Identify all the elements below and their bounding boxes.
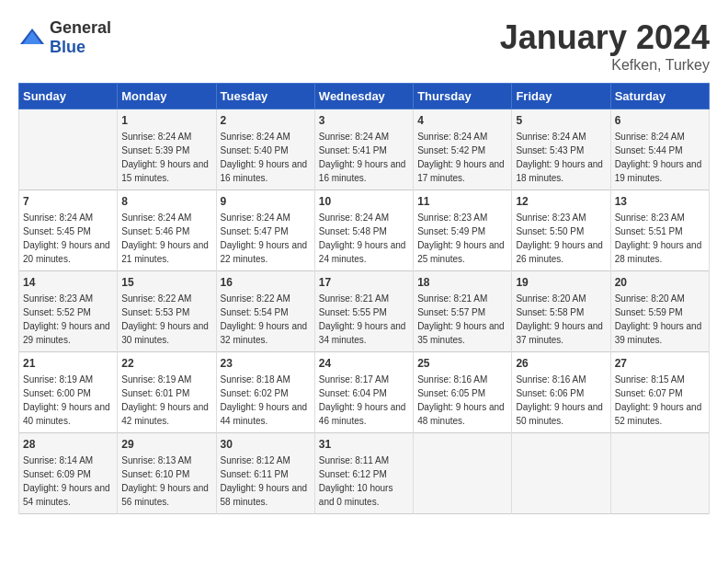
sunrise-text: Sunrise: 8:23 AM [417,211,507,224]
sunset-text: Sunset: 6:07 PM [615,386,705,400]
day-content: Sunrise: 8:24 AMSunset: 5:39 PMDaylight:… [121,130,211,185]
daylight-text: Daylight: 9 hours and 15 minutes. [121,157,211,185]
daylight-text: Daylight: 9 hours and 30 minutes. [121,319,211,347]
day-cell: 17Sunrise: 8:21 AMSunset: 5:55 PMDayligh… [314,271,413,352]
daylight-text: Daylight: 9 hours and 16 minutes. [221,157,311,185]
day-cell: 27Sunrise: 8:15 AMSunset: 6:07 PMDayligh… [610,352,709,433]
day-number: 4 [417,114,507,127]
day-cell: 15Sunrise: 8:22 AMSunset: 5:53 PMDayligh… [118,271,216,352]
sunrise-text: Sunrise: 8:23 AM [23,292,113,305]
sunset-text: Sunset: 5:52 PM [23,305,113,319]
sunrise-text: Sunrise: 8:18 AM [221,373,311,386]
day-content: Sunrise: 8:23 AMSunset: 5:51 PMDaylight:… [615,211,705,266]
daylight-text: Daylight: 9 hours and 37 minutes. [516,319,606,347]
day-cell: 31Sunrise: 8:11 AMSunset: 6:12 PMDayligh… [314,433,413,514]
sunset-text: Sunset: 5:39 PM [121,144,211,157]
sunrise-text: Sunrise: 8:24 AM [615,130,705,144]
day-content: Sunrise: 8:16 AMSunset: 6:05 PMDaylight:… [417,373,507,428]
sunset-text: Sunset: 6:09 PM [23,467,113,481]
day-cell: 29Sunrise: 8:13 AMSunset: 6:10 PMDayligh… [118,433,216,514]
week-row-2: 7Sunrise: 8:24 AMSunset: 5:45 PMDaylight… [19,190,710,271]
daylight-text: Daylight: 9 hours and 58 minutes. [221,481,311,509]
day-number: 5 [516,114,606,127]
sunrise-text: Sunrise: 8:20 AM [615,292,705,305]
day-number: 14 [23,276,113,289]
sunset-text: Sunset: 5:59 PM [615,305,705,319]
day-content: Sunrise: 8:12 AMSunset: 6:11 PMDaylight:… [221,454,311,509]
daylight-text: Daylight: 9 hours and 28 minutes. [615,238,705,266]
day-number: 16 [221,276,311,289]
day-content: Sunrise: 8:19 AMSunset: 6:00 PMDaylight:… [23,373,113,428]
sunset-text: Sunset: 5:46 PM [121,224,211,238]
daylight-text: Daylight: 9 hours and 42 minutes. [121,400,211,428]
sunrise-text: Sunrise: 8:15 AM [615,373,705,386]
day-number: 7 [23,195,113,208]
sunrise-text: Sunrise: 8:21 AM [417,292,507,305]
day-number: 13 [615,195,705,208]
sunrise-text: Sunrise: 8:14 AM [23,454,113,467]
day-number: 31 [319,438,409,451]
daylight-text: Daylight: 9 hours and 16 minutes. [319,157,409,185]
sunrise-text: Sunrise: 8:24 AM [121,130,211,144]
day-cell: 18Sunrise: 8:21 AMSunset: 5:57 PMDayligh… [414,271,512,352]
header: General Blue January 2024 Kefken, Turkey [18,18,710,74]
sunset-text: Sunset: 5:51 PM [615,224,705,238]
weekday-header-wednesday: Wednesday [314,84,413,109]
day-content: Sunrise: 8:23 AMSunset: 5:52 PMDaylight:… [23,292,113,347]
sunrise-text: Sunrise: 8:19 AM [23,373,113,386]
sunrise-text: Sunrise: 8:11 AM [319,454,409,467]
sunset-text: Sunset: 5:57 PM [417,305,507,319]
daylight-text: Daylight: 9 hours and 50 minutes. [516,400,606,428]
sunrise-text: Sunrise: 8:13 AM [121,454,211,467]
sunset-text: Sunset: 6:11 PM [221,467,311,481]
day-number: 10 [319,195,409,208]
day-content: Sunrise: 8:23 AMSunset: 5:49 PMDaylight:… [417,211,507,266]
day-cell: 21Sunrise: 8:19 AMSunset: 6:00 PMDayligh… [19,352,118,433]
day-number: 2 [221,114,311,127]
sunset-text: Sunset: 5:45 PM [23,224,113,238]
daylight-text: Daylight: 9 hours and 44 minutes. [221,400,311,428]
sunrise-text: Sunrise: 8:24 AM [221,130,311,144]
sunrise-text: Sunrise: 8:19 AM [121,373,211,386]
sunrise-text: Sunrise: 8:24 AM [121,211,211,224]
day-content: Sunrise: 8:19 AMSunset: 6:01 PMDaylight:… [121,373,211,428]
day-cell: 1Sunrise: 8:24 AMSunset: 5:39 PMDaylight… [118,109,216,190]
sunset-text: Sunset: 6:05 PM [417,386,507,400]
day-cell: 20Sunrise: 8:20 AMSunset: 5:59 PMDayligh… [610,271,709,352]
day-cell: 2Sunrise: 8:24 AMSunset: 5:40 PMDaylight… [216,109,314,190]
day-number: 18 [417,276,507,289]
daylight-text: Daylight: 9 hours and 24 minutes. [319,238,409,266]
day-cell [610,433,709,514]
day-number: 26 [516,357,606,370]
day-content: Sunrise: 8:24 AMSunset: 5:41 PMDaylight:… [319,130,409,185]
sunset-text: Sunset: 5:48 PM [319,224,409,238]
sunrise-text: Sunrise: 8:24 AM [516,130,606,144]
sunrise-text: Sunrise: 8:16 AM [417,373,507,386]
sunrise-text: Sunrise: 8:22 AM [221,292,311,305]
logo: General Blue [18,18,111,57]
day-content: Sunrise: 8:23 AMSunset: 5:50 PMDaylight:… [516,211,606,266]
day-content: Sunrise: 8:24 AMSunset: 5:45 PMDaylight:… [23,211,113,266]
day-cell: 25Sunrise: 8:16 AMSunset: 6:05 PMDayligh… [414,352,512,433]
sunrise-text: Sunrise: 8:20 AM [516,292,606,305]
sunset-text: Sunset: 6:02 PM [221,386,311,400]
daylight-text: Daylight: 9 hours and 46 minutes. [319,400,409,428]
sunset-text: Sunset: 5:47 PM [221,224,311,238]
day-number: 3 [319,114,409,127]
day-cell: 28Sunrise: 8:14 AMSunset: 6:09 PMDayligh… [19,433,118,514]
week-row-4: 21Sunrise: 8:19 AMSunset: 6:00 PMDayligh… [19,352,710,433]
daylight-text: Daylight: 9 hours and 52 minutes. [615,400,705,428]
sunrise-text: Sunrise: 8:24 AM [319,211,409,224]
weekday-header-saturday: Saturday [610,84,709,109]
sunset-text: Sunset: 5:54 PM [221,305,311,319]
sunset-text: Sunset: 5:43 PM [516,144,606,157]
daylight-text: Daylight: 9 hours and 20 minutes. [23,238,113,266]
day-cell: 19Sunrise: 8:20 AMSunset: 5:58 PMDayligh… [512,271,610,352]
day-cell: 16Sunrise: 8:22 AMSunset: 5:54 PMDayligh… [216,271,314,352]
day-cell: 5Sunrise: 8:24 AMSunset: 5:43 PMDaylight… [512,109,610,190]
sunrise-text: Sunrise: 8:21 AM [319,292,409,305]
daylight-text: Daylight: 9 hours and 19 minutes. [615,157,705,185]
daylight-text: Daylight: 9 hours and 56 minutes. [121,481,211,509]
sunset-text: Sunset: 5:44 PM [615,144,705,157]
day-content: Sunrise: 8:24 AMSunset: 5:46 PMDaylight:… [121,211,211,266]
